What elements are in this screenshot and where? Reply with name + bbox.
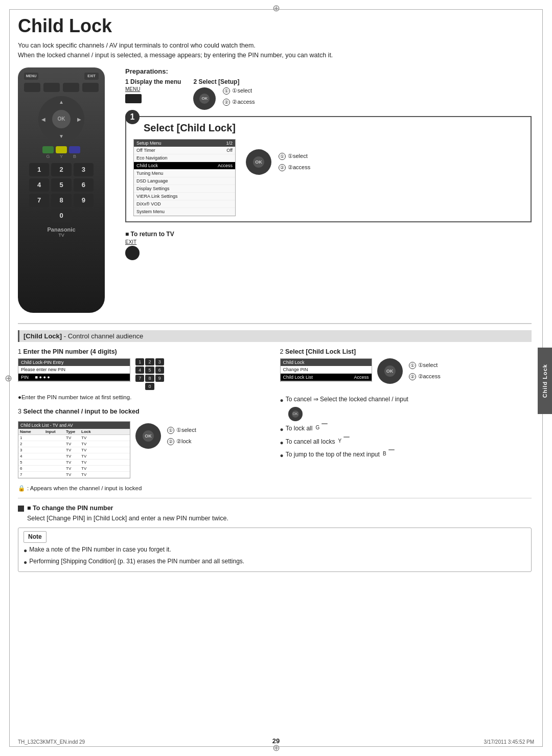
remote-control: MENU EXIT ▲ ▼ <box>18 67 105 313</box>
circle-1-step2: ① <box>409 362 416 369</box>
menu-row-6: VIERA Link Settings <box>134 193 235 200</box>
change-pin-section: ■ To change the PIN number Select [Chang… <box>18 505 532 523</box>
circle-2-step1: ② <box>279 164 286 171</box>
ok-center-step2: OK <box>384 365 396 377</box>
cancel-all-bullet: ● To cancel all locks Y <box>280 437 532 449</box>
prep-step1-label: 1 Display the menu <box>125 78 181 85</box>
remote-top-btn-1[interactable] <box>24 83 40 92</box>
cl-step2: 2 Select [Child Lock List] Child Lock Ch… <box>280 348 532 386</box>
access-label-prep: ②access <box>232 99 255 105</box>
remote-top-btn-3[interactable] <box>63 83 79 92</box>
intro-text: You can lock specific channels / AV inpu… <box>18 41 532 60</box>
menu-label-text: MENU <box>125 86 142 92</box>
lock-note: 🔒 : Appears when the channel / input is … <box>18 485 270 492</box>
list-row-7: 7TVTV <box>18 472 130 478</box>
prep-step2-label: 2 Select [Setup] <box>193 78 239 85</box>
remote-top-btn-2[interactable] <box>43 83 60 92</box>
access-annotation: ② ②access <box>223 99 255 106</box>
num-btn-6[interactable]: 6 <box>74 178 94 192</box>
num-btn-5[interactable]: 5 <box>51 178 71 192</box>
remote-brand-sub: TV <box>24 233 99 238</box>
menu-button[interactable]: MENU <box>24 73 38 80</box>
remote-top-row <box>24 83 99 92</box>
list-row-4: 4TVTV <box>18 453 130 460</box>
step1-access-annotation: ② ②access <box>279 164 310 171</box>
step1-content: Setup Menu 1/2 Off TimerOff Eco Navigati… <box>133 139 523 216</box>
yellow-button[interactable] <box>56 146 67 153</box>
list-row-1: 1TVTV <box>18 435 130 441</box>
annotation-group-step2: ① ①select ② ②access <box>409 362 441 380</box>
circle-2: ② <box>223 99 230 106</box>
preparations-box: Preparations: 1 Display the menu MENU 2 … <box>125 67 532 110</box>
exit-button-label: EXIT <box>87 74 96 78</box>
dpad-right[interactable]: ▶ <box>77 116 81 122</box>
menu-page: 1/2 <box>226 141 233 146</box>
cl-step2-content: Child Lock Change PIN Child Lock List Ac… <box>280 358 532 386</box>
np-1[interactable]: 1 <box>135 358 144 365</box>
dpad-left[interactable]: ◀ <box>41 116 45 122</box>
dpad-up[interactable]: ▲ <box>59 99 64 105</box>
exit-button-circle[interactable] <box>125 246 140 260</box>
pin-entry-box: Child Lock-PIN Entry Please enter new PI… <box>18 358 130 382</box>
g-button-inline <box>321 423 328 424</box>
np-8[interactable]: 8 <box>145 375 154 382</box>
num-btn-1[interactable]: 1 <box>29 163 49 176</box>
num-btn-9[interactable]: 9 <box>74 194 94 207</box>
num-btn-7[interactable]: 7 <box>29 194 49 207</box>
blue-button[interactable] <box>69 146 80 153</box>
channel-list-cols: Name Input Type Lock <box>18 429 130 435</box>
setup-menu-screenshot: Setup Menu 1/2 Off TimerOff Eco Navigati… <box>133 139 236 216</box>
num-btn-8[interactable]: 8 <box>51 194 71 207</box>
np-5[interactable]: 5 <box>145 366 154 374</box>
num-btn-4[interactable]: 4 <box>29 178 49 192</box>
side-tab: Child Lock <box>538 348 552 414</box>
registration-mark-top: ⊕ <box>271 3 281 13</box>
pin-box-row2: PIN ■ ● ● ● <box>18 374 130 381</box>
remote-top-btn-4[interactable] <box>82 83 99 92</box>
ok-button-remote[interactable]: OK <box>52 110 71 128</box>
footer: TH_L32C3KMTX_EN.indd 29 3/17/2011 3:45:5… <box>18 739 534 745</box>
green-button[interactable] <box>42 146 54 153</box>
child-lock-menu: Child Lock Change PIN Child Lock List Ac… <box>280 358 372 382</box>
dpad-down[interactable]: ▼ <box>59 133 64 139</box>
ok-button-step3: OK <box>135 423 161 449</box>
step3-list-area: Child Lock List - TV and AV Name Input T… <box>18 418 130 482</box>
np-6[interactable]: 6 <box>155 366 164 374</box>
remote-brand: Panasonic <box>24 226 99 233</box>
note-item-2: ● Performing [Shipping Condition] (p. 31… <box>24 557 526 567</box>
np-4[interactable]: 4 <box>135 366 144 374</box>
list-row-5: 5TVTV <box>18 460 130 466</box>
color-buttons-row: G Y B <box>24 146 99 159</box>
np-7[interactable]: 7 <box>135 375 144 382</box>
intro-line1: You can lock specific channels / AV inpu… <box>18 41 532 51</box>
preparations-title: Preparations: <box>125 67 532 75</box>
np-9[interactable]: 9 <box>155 375 164 382</box>
lock-symbol: 🔒 <box>18 485 25 492</box>
menu-header: Setup Menu 1/2 <box>134 140 235 147</box>
cl-menu-header: Child Lock <box>281 359 372 366</box>
np-0[interactable]: 0 <box>145 383 154 390</box>
step2-select-annotation: ① ①select <box>409 362 441 369</box>
cl-right: 2 Select [Child Lock List] Child Lock Ch… <box>280 348 532 492</box>
change-pin-heading: ■ To change the PIN number <box>18 505 532 512</box>
pin-box-row1: Please enter new PIN <box>18 366 130 374</box>
step2-ok-area: OK ① ①select ② ②access <box>377 358 441 384</box>
np-2[interactable]: 2 <box>145 358 154 365</box>
step2-access-annotation: ② ②access <box>409 373 441 380</box>
step3-select-annotation: ① ①select <box>167 427 196 434</box>
menu-row-1: Eco Navigation <box>134 154 235 162</box>
num-btn-0[interactable]: 0 <box>51 209 71 222</box>
exit-button[interactable]: EXIT <box>84 73 99 80</box>
prep-step-2: 2 Select [Setup] OK ① ①select <box>193 78 255 110</box>
cl-steps: 1 Enter the PIN number (4 digits) Child … <box>18 348 532 492</box>
circle-2-step2: ② <box>409 373 416 380</box>
cl-header-bar: [Child Lock] - Control channel audience <box>18 330 532 342</box>
cl-change-pin-row: Change PIN <box>281 366 372 374</box>
num-btn-2[interactable]: 2 <box>51 163 71 176</box>
note-box: Note ● Make a note of the PIN number in … <box>18 528 532 572</box>
cl-step3-title: 3 Select the channel / input to be locke… <box>18 408 270 415</box>
np-3[interactable]: 3 <box>155 358 164 365</box>
top-section: MENU EXIT ▲ ▼ <box>18 67 532 313</box>
note-label: Note <box>24 531 47 543</box>
num-btn-3[interactable]: 3 <box>74 163 94 176</box>
